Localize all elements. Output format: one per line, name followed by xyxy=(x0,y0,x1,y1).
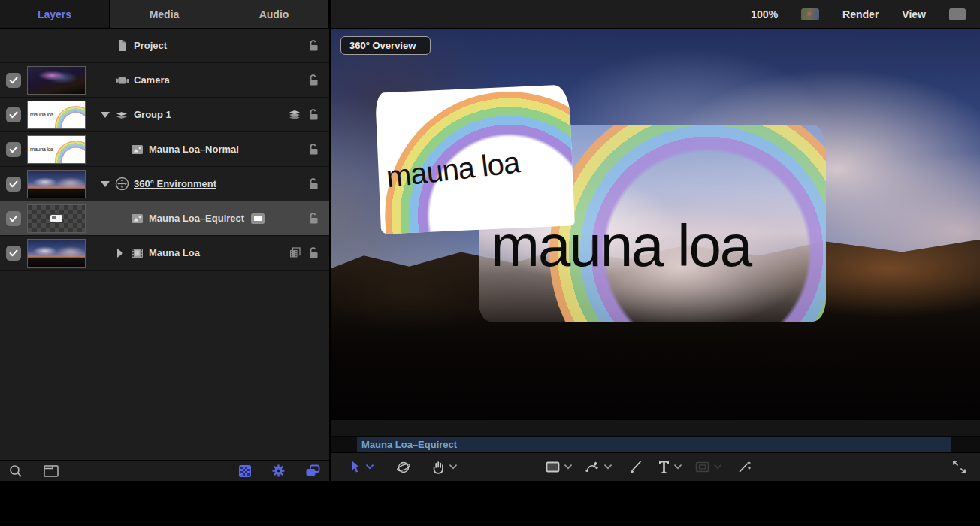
select-tool[interactable] xyxy=(349,461,374,473)
text-tool[interactable] xyxy=(658,461,682,473)
lock-open-icon[interactable] xyxy=(307,39,320,52)
layer-thumbnail xyxy=(27,239,86,268)
lock-open-icon[interactable] xyxy=(307,177,320,190)
visibility-checkbox[interactable] xyxy=(6,107,21,122)
render-menu[interactable]: Render xyxy=(842,8,882,20)
layer-name: Camera xyxy=(134,74,170,86)
mask-rect-icon xyxy=(695,461,709,473)
expand-view[interactable] xyxy=(952,460,966,474)
visibility-checkbox[interactable] xyxy=(6,73,21,88)
layer-name: Mauna Loa–Normal xyxy=(149,144,239,155)
layers-panel-bottom-bar xyxy=(0,460,329,481)
lock-open-icon[interactable] xyxy=(307,212,320,225)
image-icon xyxy=(131,213,144,224)
window-layout-control[interactable] xyxy=(949,8,969,20)
disclosure-triangle[interactable] xyxy=(101,112,110,118)
bezier-tool[interactable] xyxy=(585,461,612,473)
chevron-down-icon[interactable] xyxy=(714,464,721,470)
visibility-checkbox[interactable] xyxy=(6,246,21,261)
lock-open-icon[interactable] xyxy=(307,143,320,156)
bezier-pen-icon xyxy=(585,461,600,473)
sphere-360-icon xyxy=(115,177,129,191)
select-arrow-icon xyxy=(349,461,361,473)
rainbow-graphic xyxy=(55,106,86,129)
media-frames-icon xyxy=(289,246,301,259)
view-menu-label: View xyxy=(902,8,926,20)
rectangle-tool[interactable] xyxy=(546,461,572,473)
timeline-clip-label: Mauna Loa–Equirect xyxy=(361,439,457,450)
rect-shape-icon xyxy=(546,461,560,473)
layer-row[interactable]: Mauna Loa xyxy=(0,236,329,271)
disclosure-triangle[interactable] xyxy=(117,249,123,258)
layers-panel: ProjectCameramauna loaGroup 1mauna loaMa… xyxy=(0,29,331,481)
overlay-text: mauna loa xyxy=(491,212,751,280)
canvas-preview-swatch-control[interactable] xyxy=(801,8,823,20)
pan-tool[interactable] xyxy=(432,461,457,474)
lock-open-icon[interactable] xyxy=(307,108,320,121)
layer-name: Project xyxy=(134,40,167,51)
image-icon xyxy=(131,144,144,155)
tab-audio[interactable]: Audio xyxy=(219,0,329,28)
chevron-down-icon[interactable] xyxy=(449,464,457,470)
document-icon xyxy=(116,39,128,52)
viewer-controls: 100% Render View xyxy=(331,0,980,28)
layer-name: Mauna Loa–Equirect xyxy=(149,213,244,224)
chevron-down-icon[interactable] xyxy=(564,464,572,470)
layer-row[interactable]: Camera xyxy=(0,63,329,98)
thumb-text: mauna loa xyxy=(30,146,53,152)
layer-name: Group 1 xyxy=(134,109,171,120)
paint-stroke-tool[interactable] xyxy=(630,461,642,473)
rect-badge-icon xyxy=(250,213,265,225)
layer-thumbnail xyxy=(27,204,86,233)
zoom-level-value: 100% xyxy=(751,8,778,20)
tab-media[interactable]: Media xyxy=(110,0,219,28)
orbit-tool[interactable] xyxy=(396,461,411,474)
chevron-down-icon[interactable] xyxy=(604,464,612,470)
wand-icon xyxy=(738,461,752,473)
visibility-checkbox[interactable] xyxy=(6,211,21,226)
layer-thumbnail xyxy=(27,66,86,95)
timeline-clip-bar[interactable]: Mauna Loa–Equirect xyxy=(357,437,951,452)
chevron-down-icon[interactable] xyxy=(366,464,374,470)
lock-open-icon[interactable] xyxy=(307,246,320,259)
layer-row[interactable]: mauna loaMauna Loa–Normal xyxy=(0,132,329,167)
layer-row[interactable]: 360° Environment xyxy=(0,167,329,201)
window-swatch xyxy=(949,8,966,20)
gear-icon[interactable] xyxy=(271,464,286,478)
panel-tabs: Layers Media Audio xyxy=(0,0,331,28)
visibility-checkbox[interactable] xyxy=(6,177,21,192)
mask-tool xyxy=(695,461,721,473)
motion-window: Layers Media Audio 100% Render View xyxy=(0,0,980,526)
layer-row[interactable]: Project xyxy=(0,29,329,63)
filmstrip-icon xyxy=(131,248,144,258)
orbit-icon xyxy=(396,461,411,474)
lock-open-icon[interactable] xyxy=(307,74,320,86)
view-menu[interactable]: View xyxy=(902,8,930,20)
zoom-level-control[interactable]: 100% xyxy=(751,8,782,20)
canvas-viewport[interactable]: mauna loa mauna loa 360° Overview xyxy=(331,29,980,419)
view-mode-dropdown[interactable]: 360° Overview xyxy=(340,36,431,55)
thumb-rect xyxy=(50,215,62,222)
panel-layout-icon[interactable] xyxy=(44,465,59,477)
search-icon[interactable] xyxy=(9,464,23,478)
text-t-icon xyxy=(658,461,670,473)
visibility-checkbox[interactable] xyxy=(6,142,21,157)
render-menu-label: Render xyxy=(842,8,879,20)
window-footer xyxy=(0,481,980,526)
group-icon xyxy=(115,110,129,120)
camera-icon xyxy=(115,75,129,86)
top-bar: Layers Media Audio 100% Render View xyxy=(0,0,980,29)
layers-copy-icon[interactable] xyxy=(305,464,320,477)
chevron-down-icon[interactable] xyxy=(674,464,682,470)
mini-timeline-ruler[interactable] xyxy=(331,419,980,436)
hand-icon xyxy=(432,461,445,474)
layer-row[interactable]: mauna loaGroup 1 xyxy=(0,98,329,132)
adjust-item-tool[interactable] xyxy=(738,461,752,473)
checkerboard-icon[interactable] xyxy=(238,464,252,478)
tab-layers[interactable]: Layers xyxy=(0,0,110,28)
layers-list: ProjectCameramauna loaGroup 1mauna loaMa… xyxy=(0,29,329,460)
thumb-text: mauna loa xyxy=(30,111,53,117)
canvas-toolbar xyxy=(331,452,980,481)
disclosure-triangle[interactable] xyxy=(101,181,110,187)
layer-row[interactable]: Mauna Loa–Equirect xyxy=(0,201,329,236)
